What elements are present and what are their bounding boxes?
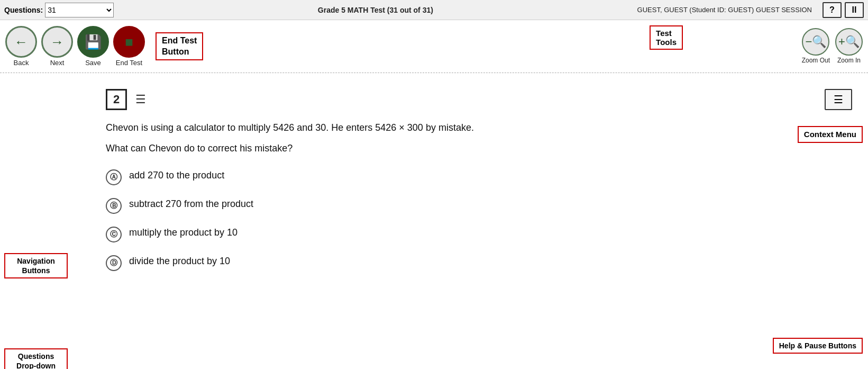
save-icon: 💾 [77, 26, 109, 58]
question-content: 2 ☰ ☰ Chevon is using a calculator to mu… [0, 73, 868, 299]
zoom-in-label: Zoom In [837, 57, 861, 64]
option-text-d: divide the product by 10 [129, 254, 230, 268]
option-label-a: Ⓐ [106, 169, 122, 185]
context-menu-button[interactable]: ☰ [825, 89, 852, 110]
test-tools-annotation-text: TestTools [656, 29, 677, 47]
end-test-button[interactable]: ■ End Test [113, 26, 145, 67]
answer-option-c[interactable]: Ⓒ multiply the product by 10 [106, 226, 773, 242]
answer-option-d[interactable]: Ⓓ divide the product by 10 [106, 254, 773, 271]
questions-dropdown[interactable]: 31 [45, 3, 114, 17]
questions-label: Questions: [4, 6, 43, 14]
zoom-out-button[interactable]: −🔍 Zoom Out [802, 28, 830, 64]
question-text-line2: What can Chevon do to correct his mistak… [106, 141, 773, 156]
navigation-buttons-annotation: Navigation Buttons [4, 253, 68, 278]
zoom-out-label: Zoom Out [802, 57, 830, 64]
zoom-out-icon: −🔍 [802, 28, 829, 56]
context-menu-annotation: Context Menu [798, 126, 863, 143]
answer-option-b[interactable]: Ⓑ subtract 270 from the product [106, 197, 773, 214]
zoom-in-button[interactable]: +🔍 Zoom In [835, 28, 863, 64]
help-button[interactable]: ? [823, 2, 842, 18]
toolbar: ← Back → Next 💾 Save ■ End Test End Test… [0, 20, 868, 73]
pause-button[interactable]: II [845, 2, 864, 18]
questions-dropdown-annotation: Questions Drop-down [4, 348, 68, 369]
end-test-annotation-text: End TestButton [162, 35, 197, 58]
navigation-buttons-group: ← Back → Next 💾 Save ■ End Test [5, 26, 145, 67]
question-text-line1: Chevon is using a calculator to multiply… [106, 121, 773, 135]
help-pause-annotation: Help & Pause Buttons [773, 338, 863, 354]
save-button[interactable]: 💾 Save [77, 26, 109, 67]
end-test-label: End Test [116, 59, 142, 67]
back-label: Back [14, 59, 29, 67]
next-label: Next [50, 59, 65, 67]
option-label-b: Ⓑ [106, 198, 122, 214]
help-pause-buttons: ? II [823, 2, 864, 18]
context-menu-icon: ☰ [834, 93, 843, 106]
option-label-d: Ⓓ [106, 255, 122, 271]
end-test-icon: ■ [113, 26, 145, 58]
question-header: 2 ☰ [106, 89, 773, 110]
question-number: 2 [106, 89, 127, 110]
option-text-c: multiply the product by 10 [129, 226, 237, 240]
top-bar: Questions: 31 Grade 5 MATH Test (31 out … [0, 0, 868, 20]
option-label-c: Ⓒ [106, 227, 122, 242]
test-title: Grade 5 MATH Test (31 out of 31) [114, 6, 637, 14]
option-text-b: subtract 270 from the product [129, 197, 253, 211]
next-button[interactable]: → Next [41, 26, 73, 67]
zoom-in-icon: +🔍 [835, 28, 863, 56]
end-test-annotation-box: End TestButton [156, 32, 203, 61]
zoom-buttons-group: −🔍 Zoom Out +🔍 Zoom In [802, 28, 863, 64]
option-text-a: add 270 to the product [129, 168, 224, 183]
test-tools-annotation-box: TestTools [650, 25, 683, 50]
back-button[interactable]: ← Back [5, 26, 37, 67]
user-info: GUEST, GUEST (Student ID: GUEST) GUEST S… [637, 6, 812, 14]
save-label: Save [85, 59, 101, 67]
next-icon: → [41, 26, 73, 58]
main-area: Navigation Buttons Questions Drop-down C… [0, 73, 868, 369]
answer-option-a[interactable]: Ⓐ add 270 to the product [106, 168, 773, 185]
hamburger-icon[interactable]: ☰ [135, 93, 146, 106]
back-icon: ← [5, 26, 37, 58]
